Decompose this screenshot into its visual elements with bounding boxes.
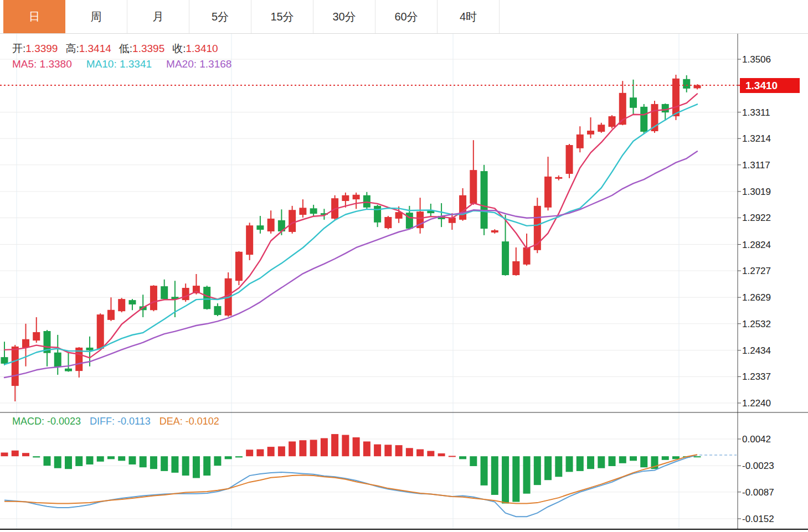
close-label: 收: (172, 43, 186, 54)
price-tick-1.3506: 1.3506 (742, 54, 771, 65)
price-tick-1.3214: 1.3214 (742, 133, 771, 144)
ma-header: MA5: 1.3380MA10: 1.3341MA20: 1.3168 (12, 58, 246, 70)
macd-tick--0.0087: -0.0087 (742, 487, 774, 498)
ma5-value: MA5: 1.3380 (12, 58, 72, 70)
diff-value: DIFF: -0.0113 (90, 416, 151, 427)
current-price-tag: 1.3410 (740, 78, 800, 93)
low-label: 低: (119, 43, 132, 54)
tab-6-30分[interactable]: 30分 (313, 0, 375, 33)
low-value: 1.3395 (132, 43, 164, 54)
close-value: 1.3410 (186, 43, 218, 54)
dea-value: DEA: -0.0102 (159, 416, 219, 427)
price-tick-1.2629: 1.2629 (742, 292, 771, 303)
tab-1-日[interactable]: 日 (3, 0, 65, 33)
ma20-line (4, 151, 697, 378)
ma10-line (4, 104, 697, 364)
high-label: 高: (65, 43, 79, 54)
price-tick-1.2434: 1.2434 (742, 345, 771, 357)
macd-tick--0.0152: -0.0152 (742, 514, 774, 525)
macd-value: MACD: -0.0023 (12, 416, 81, 427)
trading-chart-app: 日周月5分15分30分60分4时 开:1.3399高:1.3414低:1.339… (0, 0, 808, 532)
macd-tick-0.0042: 0.0042 (742, 434, 771, 445)
price-tick-1.3311: 1.3311 (742, 107, 770, 118)
ohlc-header: 开:1.3399高:1.3414低:1.3395收:1.3410 (12, 42, 226, 56)
price-tick-1.3117: 1.3117 (742, 160, 770, 171)
high-value: 1.3414 (79, 43, 111, 54)
tab-7-60分[interactable]: 60分 (375, 0, 438, 33)
timeframe-tabbar: 日周月5分15分30分60分4时 (0, 0, 808, 34)
tab-3-月[interactable]: 月 (127, 0, 189, 33)
open-value: 1.3399 (25, 43, 58, 54)
ma10-value: MA10: 1.3341 (86, 58, 152, 70)
macd-histogram (1, 434, 701, 503)
candlestick-series (1, 75, 701, 401)
price-tick-1.2727: 1.2727 (742, 266, 771, 277)
price-tick-1.2337: 1.2337 (742, 371, 771, 383)
tab-4-5分[interactable]: 5分 (189, 0, 251, 33)
price-tick-1.2922: 1.2922 (742, 213, 771, 224)
tab-2-周[interactable]: 周 (65, 0, 127, 33)
chart-canvas[interactable] (0, 0, 808, 532)
macd-header: MACD: -0.0023DIFF: -0.0113DEA: -0.0102 (12, 416, 228, 427)
ma20-value: MA20: 1.3168 (166, 58, 231, 70)
price-tick-1.2240: 1.2240 (742, 398, 771, 409)
price-tick-1.2824: 1.2824 (742, 240, 771, 251)
macd-tick--0.0023: -0.0023 (742, 461, 774, 472)
price-tick-1.3019: 1.3019 (742, 187, 771, 198)
tab-8-4时[interactable]: 4时 (438, 0, 500, 33)
tab-5-15分[interactable]: 15分 (251, 0, 313, 33)
price-tick-1.2532: 1.2532 (742, 319, 771, 330)
open-label: 开: (12, 43, 25, 54)
